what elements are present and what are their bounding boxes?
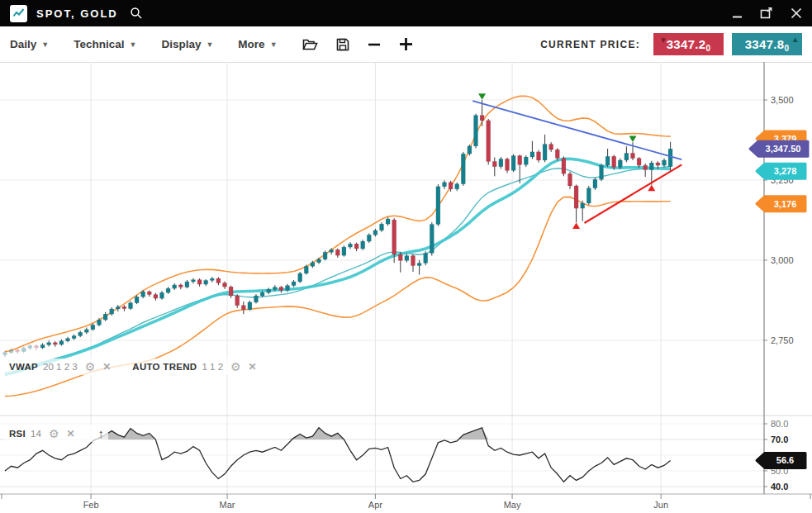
candle (84, 327, 88, 334)
axis-label: 56.6 (776, 455, 794, 465)
axis-label: 70.0 (771, 435, 788, 444)
pivot-low-arrow (572, 222, 580, 229)
close-button[interactable] (791, 7, 802, 19)
ask-price-value: 3347.8 (745, 37, 785, 51)
upper-band-line (5, 96, 671, 352)
candle (166, 287, 170, 294)
candle (405, 254, 409, 263)
menu-display-label: Display (161, 38, 201, 50)
candle (317, 258, 321, 264)
vwap-legend: VWAP 20 1 2 3 ⚙ ✕ (9, 360, 111, 373)
candle (72, 335, 76, 340)
axis-label: 80.0 (771, 419, 788, 429)
candle (210, 277, 214, 283)
axis-label: Mar (220, 500, 235, 510)
menu-timeframe[interactable]: Daily ▼ (10, 38, 49, 50)
indicator-legend-row: VWAP 20 1 2 3 ⚙ ✕ AUTO TREND 1 1 2 ⚙ ✕ (5, 359, 283, 375)
axis-label: 3,176 (774, 199, 797, 209)
candle (487, 119, 491, 164)
rsi-legend: RSI 14 ⚙ ✕ ↑ (9, 426, 104, 440)
move-pane-up-icon[interactable]: ↑ (98, 426, 105, 440)
pivot-high-arrow (629, 135, 637, 142)
candle (185, 280, 189, 288)
remove-indicator-icon[interactable]: ✕ (249, 361, 257, 373)
pivot-high-arrow (478, 93, 486, 100)
axis-label: Apr (368, 500, 382, 510)
settings-gear-icon[interactable]: ⚙ (49, 427, 59, 440)
candle (110, 307, 114, 316)
axis-label: 3,000 (771, 255, 794, 265)
candle (411, 254, 415, 272)
candle (605, 149, 610, 167)
search-icon[interactable] (130, 7, 143, 20)
bid-price-subdigit: 0 (705, 44, 710, 53)
candle (367, 233, 371, 243)
candle (398, 252, 402, 273)
candle (173, 283, 177, 290)
candle (248, 301, 252, 311)
menu-more-label: More (238, 38, 264, 50)
menu-display[interactable]: Display ▼ (161, 38, 213, 50)
trendline-resistance (472, 101, 681, 159)
save-icon[interactable] (336, 38, 349, 51)
candle (506, 158, 510, 173)
trendline-support (584, 164, 681, 223)
candle (417, 260, 421, 274)
candle (380, 222, 384, 232)
candle (21, 346, 26, 352)
vwap-legend-label: VWAP (9, 362, 38, 372)
candle (9, 348, 13, 354)
candle (40, 343, 45, 349)
vwap-line (5, 159, 671, 374)
candle (511, 154, 515, 173)
candle (192, 278, 196, 284)
minimize-button[interactable] (732, 8, 743, 19)
candle (47, 340, 51, 346)
candle (267, 287, 271, 294)
candle (66, 337, 70, 343)
autotrend-legend-params: 1 1 2 (202, 362, 223, 372)
candle (474, 114, 478, 149)
pivot-arrows (478, 93, 655, 229)
instrument-title: SPOT, GOLD (36, 7, 118, 20)
candle (298, 272, 302, 283)
popout-button[interactable] (760, 7, 773, 19)
zoom-in-icon[interactable] (399, 37, 413, 51)
axis-label: Feb (83, 500, 99, 510)
menu-technical-label: Technical (74, 38, 124, 50)
menu-more[interactable]: More ▼ (238, 38, 277, 50)
axis-label: 3,278 (774, 166, 797, 176)
menu-technical[interactable]: Technical ▼ (74, 38, 136, 50)
rsi-legend-params: 14 (31, 429, 41, 439)
candle (581, 201, 585, 221)
price-chart-canvas[interactable]: 3,5003,2503,0002,75080.070.060.050.040.0… (0, 62, 812, 513)
candle (342, 245, 346, 257)
candle (103, 312, 107, 321)
axis-label: Jun (653, 500, 668, 510)
candle (499, 157, 503, 169)
open-folder-icon[interactable] (302, 38, 318, 50)
vwap-legend-params: 20 1 2 3 (43, 362, 78, 372)
remove-indicator-icon[interactable]: ✕ (66, 428, 74, 439)
settings-gear-icon[interactable]: ⚙ (230, 360, 241, 373)
candle (530, 141, 534, 159)
grid-lines (0, 62, 812, 494)
candle (147, 290, 151, 297)
vwap-lines (5, 159, 671, 374)
ask-price-badge: 3347.80 ▲ (732, 33, 802, 55)
candle (574, 184, 578, 222)
remove-indicator-icon[interactable]: ✕ (102, 361, 111, 373)
chevron-down-icon: ▼ (41, 40, 49, 49)
candle (122, 305, 126, 311)
candle (461, 152, 465, 186)
pivot-low-arrow (648, 185, 655, 192)
candle (197, 278, 202, 287)
menu-timeframe-label: Daily (10, 38, 36, 50)
candle (361, 240, 365, 250)
zoom-out-icon[interactable] (368, 38, 381, 51)
candle (241, 302, 245, 314)
candle (178, 283, 183, 289)
candle (116, 305, 120, 311)
candle (223, 282, 227, 289)
settings-gear-icon[interactable]: ⚙ (85, 360, 96, 373)
